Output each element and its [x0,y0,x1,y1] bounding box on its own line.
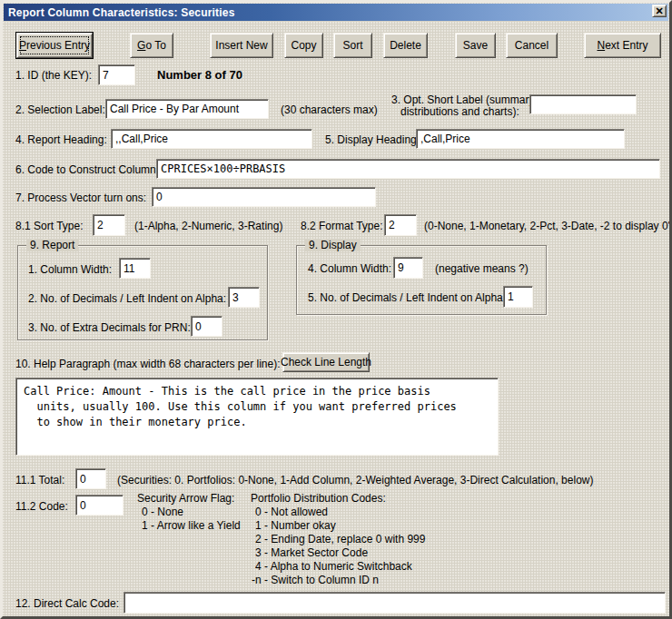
total-hint: (Securities: 0. Portfolios: 0-None, 1-Ad… [117,474,593,486]
portfolio-distribution-codes-list: Portfolio Distribution Codes: 0 - Not al… [251,492,425,587]
direct-calc-input[interactable] [124,592,666,614]
id-input[interactable] [98,64,135,85]
display-heading-input[interactable] [416,129,625,149]
report-column-width-label: 1. Column Width: [28,263,112,276]
save-button[interactable]: Save [455,33,496,58]
selection-label: 2. Selection Label: [15,103,105,116]
list-item: 4 - Alpha to Numeric Switchback [251,560,425,574]
format-type-label: 8.2 Format Type: [301,220,383,232]
list-item: 2 - Ending Date, replace 0 with 999 [251,533,425,546]
display-column-width-label: 4. Column Width: [308,262,391,275]
help-paragraph-textarea[interactable]: Call Price: Amount - This is the call pr… [15,378,499,456]
next-entry-button[interactable]: Next Entry [584,33,661,58]
report-heading-label: 4. Report Heading: [15,133,107,146]
previous-entry-button[interactable]: Previous Entry [16,33,93,58]
title-bar: Report Column Characteristics: Securitie… [4,4,668,21]
sort-type-hint: (1-Alpha, 2-Numeric, 3-Rating) [134,220,282,232]
total-label: 11.1 Total: [15,474,64,486]
window-title: Report Column Characteristics: Securitie… [8,6,235,19]
security-arrow-flag-title: Security Arrow Flag: [137,492,241,506]
list-item: 0 - None [137,506,241,519]
report-heading-input[interactable] [111,129,312,149]
list-item: 1 - Number okay [251,519,425,533]
close-button[interactable]: ✕ [652,5,667,17]
format-type-input[interactable] [384,214,417,236]
sort-type-label: 8.1 Sort Type: [15,220,84,232]
sort-type-input[interactable] [93,214,125,236]
format-type-hint: (0-None, 1-Monetary, 2-Pct, 3-Date, -2 t… [424,220,672,232]
display-group-title: 9. Display [305,239,361,251]
display-column-width-input[interactable] [393,257,423,279]
check-line-length-button[interactable]: Check Line Length [282,352,370,372]
selection-hint: (30 characters max) [281,103,378,116]
short-label-line1: 3. Opt. Short Label (summary [391,93,534,106]
list-item: 1 - Arrow like a Yield [137,519,241,533]
code2-input[interactable] [75,495,124,516]
total-input[interactable] [75,468,106,489]
report-column-characteristics-dialog: Report Column Characteristics: Securitie… [0,0,672,619]
display-decimals-input[interactable] [503,286,533,308]
direct-calc-label: 12. Direct Calc Code: [15,597,119,610]
selection-input[interactable] [105,99,269,119]
record-counter: Number 8 of 70 [157,69,242,82]
construct-code-input[interactable] [156,159,660,179]
report-column-width-input[interactable] [119,258,151,279]
report-decimals-input[interactable] [228,287,260,308]
short-label-input[interactable] [529,94,637,114]
list-item: -n - Switch to Column ID n [251,574,425,587]
list-item: 0 - Not allowed [251,506,425,519]
help-paragraph-label: 10. Help Paragraph (max width 68 charact… [15,358,280,370]
process-vector-label: 7. Process Vector turn ons: [15,192,146,204]
cancel-button[interactable]: Cancel [506,33,558,58]
report-group-title: 9. Report [26,239,78,251]
list-item: 3 - Market Sector Code [251,546,425,560]
report-decimals-label: 2. No. of Decimals / Left Indent on Alph… [28,292,226,305]
display-heading-label: 5. Display Heading: [325,133,420,146]
report-extra-decimals-label: 3. No. of Extra Decimals for PRN: [28,321,191,334]
insert-new-button[interactable]: Insert New [210,33,273,58]
id-label: 1. ID (the KEY): [15,69,92,82]
display-decimals-label: 5. No. of Decimals / Left Indent on Alph… [308,291,506,304]
go-to-button[interactable]: Go To [130,33,173,58]
sort-button[interactable]: Sort [333,33,372,58]
copy-button[interactable]: Copy [284,33,323,58]
portfolio-distribution-codes-title: Portfolio Distribution Codes: [251,492,425,506]
delete-button[interactable]: Delete [383,33,428,58]
security-arrow-flag-list: Security Arrow Flag: 0 - None 1 - Arrow … [137,492,241,533]
code2-label: 11.2 Code: [15,500,68,513]
close-icon: ✕ [655,6,663,16]
construct-code-label: 6. Code to Construct Column: [15,163,159,176]
display-column-width-hint: (negative means ?) [435,262,529,275]
report-extra-decimals-input[interactable] [191,316,222,337]
short-label-line2: distributions and charts): [400,105,519,118]
process-vector-input[interactable] [152,187,376,207]
